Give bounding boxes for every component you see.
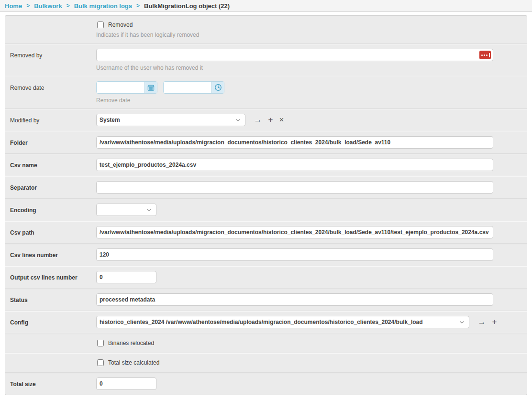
- remove-date-date-group: [96, 81, 157, 94]
- add-related-icon[interactable]: +: [268, 114, 273, 126]
- calendar-icon[interactable]: [144, 82, 157, 93]
- csv-path-input[interactable]: [96, 226, 493, 238]
- removed-by-help-text: Username of the user who has removed it: [96, 65, 522, 71]
- total-size-calculated-checkbox[interactable]: [97, 359, 104, 366]
- field-row-csv-name: Csv name: [5, 153, 527, 176]
- breadcrumb-current: BulkMigrationLog object (22): [144, 2, 230, 10]
- separator-input[interactable]: [96, 181, 493, 194]
- csv-lines-number-input[interactable]: [96, 248, 493, 261]
- field-row-config: Config historico_clientes_2024 /var/www/…: [5, 311, 527, 333]
- field-row-total-size-calculated: Total size calculated: [5, 353, 527, 372]
- output-csv-lines-number-input[interactable]: [96, 271, 156, 283]
- separator-label: Separator: [5, 176, 96, 198]
- field-row-removed: Removed Indicates if it has been logical…: [5, 16, 527, 43]
- field-row-removed-by: Removed by Username of the user who has …: [5, 43, 527, 76]
- csv-lines-number-label: Csv lines number: [5, 244, 96, 266]
- status-input[interactable]: [96, 293, 493, 306]
- removed-checkbox[interactable]: [97, 22, 104, 28]
- field-row-csv-path: Csv path: [5, 221, 527, 243]
- remove-date-help-text: Remove date: [96, 97, 522, 104]
- csv-name-label: Csv name: [5, 154, 96, 176]
- field-row-encoding: Encoding: [5, 198, 527, 221]
- csv-path-label: Csv path: [5, 221, 96, 243]
- binaries-relocated-label: Binaries relocated: [108, 340, 154, 346]
- clear-related-icon[interactable]: ×: [279, 114, 284, 126]
- remove-date-time-input[interactable]: [164, 82, 211, 93]
- modified-by-select[interactable]: System: [96, 114, 245, 126]
- password-manager-extension-icon[interactable]: [479, 51, 491, 59]
- field-label-spacer: [5, 16, 96, 43]
- total-size-label: Total size: [5, 373, 96, 395]
- removed-checkbox-label: Removed: [108, 22, 133, 28]
- encoding-select[interactable]: [96, 204, 156, 216]
- total-size-calculated-label: Total size calculated: [108, 359, 159, 366]
- modified-by-label: Modified by: [5, 109, 96, 131]
- remove-date-time-group: [163, 81, 224, 94]
- encoding-label: Encoding: [5, 199, 96, 221]
- field-row-csv-lines-number: Csv lines number: [5, 243, 527, 266]
- related-lookup-icon[interactable]: →: [254, 114, 262, 126]
- field-row-output-csv-lines-number: Output csv lines number: [5, 266, 527, 288]
- breadcrumb-bulk-migration-logs[interactable]: Bulk migration logs: [74, 2, 132, 10]
- chevron-down-icon: [459, 321, 465, 324]
- related-lookup-icon[interactable]: →: [477, 316, 486, 328]
- status-label: Status: [5, 289, 96, 311]
- config-select[interactable]: historico_clientes_2024 /var/www/athento…: [96, 316, 469, 328]
- field-row-modified-by: Modified by System → + ×: [5, 108, 527, 131]
- chevron-down-icon: [235, 119, 241, 122]
- breadcrumb-separator-icon: >: [136, 2, 140, 9]
- removed-help-text: Indicates if it has been logically remov…: [96, 32, 522, 38]
- total-size-input[interactable]: [96, 377, 156, 390]
- removed-by-label: Removed by: [5, 44, 96, 76]
- field-row-binaries-relocated: Binaries relocated: [5, 333, 527, 353]
- field-row-folder: Folder: [5, 131, 527, 153]
- breadcrumb-separator-icon: >: [66, 2, 70, 9]
- add-related-icon[interactable]: +: [492, 316, 497, 328]
- output-csv-lines-number-label: Output csv lines number: [5, 266, 96, 288]
- field-label-spacer: [5, 334, 96, 353]
- field-row-total-size: Total size: [5, 372, 527, 395]
- csv-name-input[interactable]: [96, 159, 493, 171]
- breadcrumb-home[interactable]: Home: [5, 2, 22, 10]
- breadcrumb-bulkwork[interactable]: Bulkwork: [34, 2, 62, 10]
- breadcrumb: Home > Bulkwork > Bulk migration logs > …: [0, 0, 532, 12]
- config-label: Config: [5, 311, 96, 333]
- breadcrumb-separator-icon: >: [26, 2, 30, 9]
- remove-date-label: Remove date: [5, 76, 96, 108]
- binaries-relocated-checkbox[interactable]: [97, 340, 104, 346]
- chevron-down-icon: [146, 208, 152, 212]
- field-row-remove-date: Remove date: [5, 76, 527, 108]
- change-form-panel: Removed Indicates if it has been logical…: [5, 15, 527, 395]
- field-row-separator: Separator: [5, 176, 527, 198]
- field-label-spacer: [5, 353, 96, 372]
- folder-input[interactable]: [96, 136, 493, 149]
- removed-by-input[interactable]: [96, 49, 493, 61]
- folder-label: Folder: [5, 131, 96, 153]
- clock-icon[interactable]: [211, 82, 224, 93]
- remove-date-date-input[interactable]: [97, 82, 144, 93]
- field-row-status: Status: [5, 288, 527, 311]
